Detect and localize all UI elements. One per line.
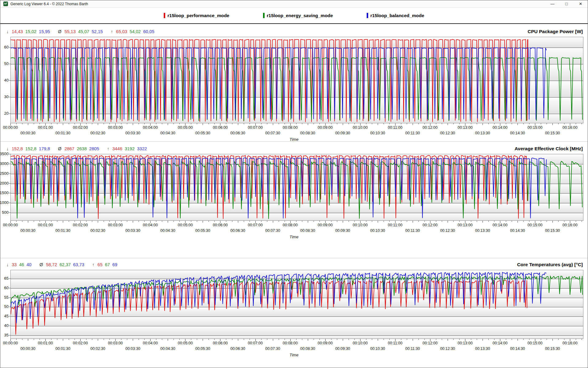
x-tick-mark [51,221,52,222]
x-tick-label: 00:02:30 [90,131,105,135]
x-tick-mark [547,123,547,124]
x-tick-mark [69,123,69,124]
x-tick-mark [453,123,454,124]
x-tick-mark [389,123,390,124]
x-tick-mark [104,123,104,124]
x-tick-mark [28,339,28,341]
x-tick-mark [214,123,215,124]
legend-marker-performance-icon [164,13,165,18]
close-button[interactable]: ✕ [574,0,588,7]
x-axis: 00:00:0000:01:0000:02:0000:03:0000:04:00… [10,221,583,234]
window-title: Generic Log Viewer 6.4 - © 2022 Thomas B… [10,2,545,6]
x-tick-label: 00:14:30 [510,131,525,135]
x-tick-mark [279,221,279,222]
x-tick-mark [523,221,524,222]
x-tick-mark [296,123,296,124]
x-tick-mark [179,221,180,222]
legend-item-performance[interactable]: r15loop_performance_mode [164,13,229,18]
x-tick-mark [133,221,133,223]
x-tick-label: 00:11:00 [388,125,403,130]
x-tick-mark [354,123,355,124]
x-tick-label: 00:15:30 [545,131,560,135]
x-tick-mark [366,339,366,340]
minimize-button[interactable]: — [545,0,559,7]
x-tick-label: 00:08:30 [300,131,315,135]
x-tick-mark [372,123,372,124]
plot-area-effective-clock[interactable] [10,154,583,221]
x-tick-mark [424,221,425,222]
y-axis-labels: 500100015002000250030003500 [0,154,10,221]
x-tick-mark [226,221,226,222]
x-tick-label: 00:09:00 [318,125,333,130]
x-tick-label: 00:12:30 [440,228,455,233]
stat-min-performance: 14,43 [12,29,23,34]
x-tick-label: 00:00:30 [21,347,36,351]
x-tick-mark [261,123,262,124]
x-tick-mark [541,221,541,222]
stat-avg-performance: 58,72 [46,262,57,267]
chart-panel-effective-clock: ↓ 152,8 152,8 179,8 Ø 2867 2638 2805 ↑ 3… [0,141,588,258]
x-tick-mark [86,123,86,124]
x-tick-mark [51,123,52,124]
x-tick-mark [279,339,279,340]
x-tick-mark [74,339,75,340]
x-tick-label: 00:15:00 [528,223,543,227]
x-tick-mark [523,123,524,124]
x-tick-mark [133,123,133,125]
x-tick-mark [576,339,576,340]
y-tick-label: 45 [4,314,9,318]
x-tick-label: 00:04:30 [160,347,175,351]
plot-area-core-temps[interactable] [10,270,583,339]
x-tick-mark [582,339,582,340]
x-tick-mark [459,221,460,222]
stat-avg-balanced: 52,15 [92,29,103,34]
stat-avg-energy: 62,37 [59,262,71,267]
x-tick-mark [372,339,372,340]
max-arrow-up-icon: ↑ [107,146,109,151]
legend-item-energy-saving[interactable]: r15loop_energy_saving_mode [263,13,333,18]
x-tick-mark [343,123,343,125]
x-tick-mark [208,339,209,340]
x-tick-mark [22,339,22,340]
x-tick-mark [144,221,145,222]
x-tick-mark [488,123,489,124]
x-tick-mark [494,339,494,340]
x-tick-mark [384,221,384,222]
x-tick-mark [191,339,191,340]
x-tick-mark [191,221,191,222]
time-axis-label: Time [0,353,588,357]
chart-panel-cpu-power: ↓ 14,43 15,02 15,95 Ø 55,13 45,07 52,15 … [0,24,588,141]
x-tick-mark [564,221,564,222]
maximize-button[interactable]: □ [559,0,574,7]
x-tick-mark [378,123,378,125]
x-tick-label: 00:04:30 [160,131,175,135]
legend-item-balanced[interactable]: r15loop_balanced_mode [367,13,424,18]
plot-area-cpu-power[interactable] [10,37,583,123]
x-tick-mark [109,123,110,124]
x-tick-label: 00:02:00 [73,125,88,130]
x-tick-mark [208,123,209,124]
x-tick-mark [308,221,308,223]
x-tick-mark [232,221,232,222]
x-tick-mark [104,339,104,340]
x-tick-mark [16,339,17,340]
x-tick-label: 00:06:30 [230,228,245,233]
chart-stats: ↓ 14,43 15,02 15,95 Ø 55,13 45,07 52,15 … [6,29,154,34]
x-tick-label: 00:07:30 [265,131,280,135]
x-tick-label: 00:12:30 [440,347,455,351]
x-tick-mark [558,339,559,340]
x-tick-label: 00:08:00 [283,341,298,345]
x-tick-mark [244,221,244,222]
x-tick-label: 00:08:00 [283,223,298,227]
stat-max-performance: 3446 [112,146,122,151]
x-tick-mark [448,123,448,125]
y-tick-label: 2500 [0,171,9,176]
x-tick-mark [179,123,180,124]
x-tick-mark [471,221,471,222]
x-tick-mark [506,339,506,340]
x-tick-mark [214,221,215,222]
app-icon [3,2,8,6]
x-tick-label: 00:05:30 [195,347,210,351]
x-tick-mark [250,339,250,340]
x-tick-label: 00:08:30 [300,347,315,351]
